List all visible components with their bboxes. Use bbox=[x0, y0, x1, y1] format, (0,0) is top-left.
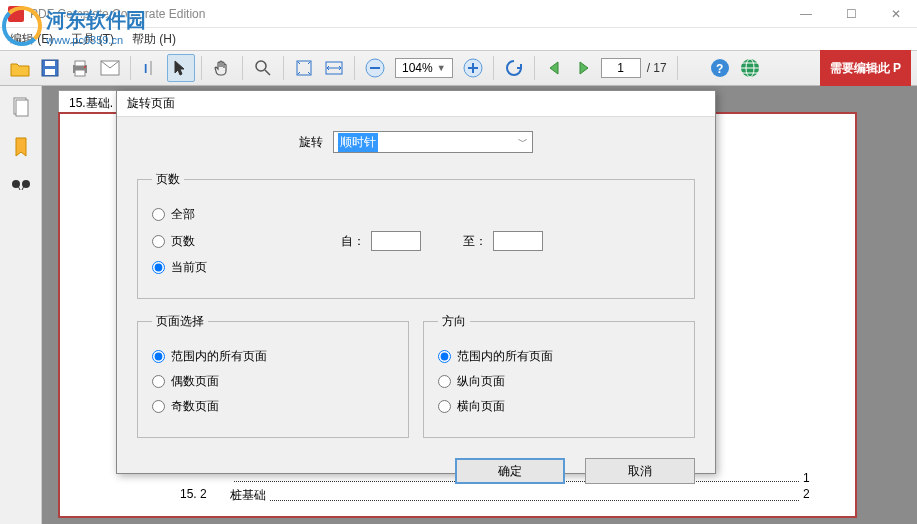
minimize-button[interactable]: — bbox=[792, 3, 820, 25]
radio-all-pages[interactable] bbox=[152, 208, 165, 221]
selection-fieldset: 页面选择 范围内的所有页面 偶数页面 奇数页面 bbox=[137, 313, 409, 438]
rotate-pages-dialog: 旋转页面 旋转 顺时针 ﹀ 页数 全部 页数 自： 至： bbox=[116, 90, 716, 474]
direction-fieldset: 方向 范围内的所有页面 纵向页面 横向页面 bbox=[423, 313, 695, 438]
open-button[interactable] bbox=[6, 54, 34, 82]
next-page-button[interactable] bbox=[571, 54, 599, 82]
menubar: 编辑 (E) 工具 (T) 帮助 (H) bbox=[0, 28, 917, 50]
print-button[interactable] bbox=[66, 54, 94, 82]
sidebar bbox=[0, 86, 42, 524]
toolbar: I 104% ▼ / 17 ? 需要编辑此 P bbox=[0, 50, 917, 86]
pointer-tool[interactable] bbox=[167, 54, 195, 82]
page-total: / 17 bbox=[647, 61, 667, 75]
zoom-tool[interactable] bbox=[249, 54, 277, 82]
bookmarks-panel-button[interactable] bbox=[8, 134, 34, 160]
help-button[interactable]: ? bbox=[706, 54, 734, 82]
svg-text:?: ? bbox=[716, 62, 723, 76]
menu-help[interactable]: 帮助 (H) bbox=[132, 31, 176, 48]
pages-legend: 页数 bbox=[152, 171, 184, 188]
window-title: PDF Complete Corporate Edition bbox=[30, 7, 792, 21]
menu-tools[interactable]: 工具 (T) bbox=[71, 31, 114, 48]
fit-width-button[interactable] bbox=[320, 54, 348, 82]
svg-rect-19 bbox=[16, 100, 28, 116]
direction-legend: 方向 bbox=[438, 313, 470, 330]
radio-dir-all[interactable] bbox=[438, 350, 451, 363]
radio-dir-landscape[interactable] bbox=[438, 400, 451, 413]
radio-sel-all[interactable] bbox=[152, 350, 165, 363]
email-button[interactable] bbox=[96, 54, 124, 82]
zoom-value: 104% bbox=[402, 61, 433, 75]
svg-rect-4 bbox=[75, 61, 85, 66]
search-panel-button[interactable] bbox=[8, 174, 34, 200]
rotate-select[interactable]: 顺时针 ﹀ bbox=[333, 131, 533, 153]
radio-sel-odd[interactable] bbox=[152, 400, 165, 413]
page-number-input[interactable] bbox=[601, 58, 641, 78]
edit-banner[interactable]: 需要编辑此 P bbox=[820, 50, 911, 86]
radio-sel-even[interactable] bbox=[152, 375, 165, 388]
svg-rect-2 bbox=[45, 69, 55, 75]
svg-point-9 bbox=[256, 61, 266, 71]
menu-edit[interactable]: 编辑 (E) bbox=[10, 31, 53, 48]
selection-legend: 页面选择 bbox=[152, 313, 208, 330]
text-select-tool[interactable]: I bbox=[137, 54, 165, 82]
pages-fieldset: 页数 全部 页数 自： 至： 当前页 bbox=[137, 171, 695, 299]
hand-tool[interactable] bbox=[208, 54, 236, 82]
titlebar: PDF Complete Corporate Edition — ☐ ✕ bbox=[0, 0, 917, 28]
svg-rect-5 bbox=[75, 70, 85, 76]
radio-range-pages[interactable] bbox=[152, 235, 165, 248]
pages-panel-button[interactable] bbox=[8, 94, 34, 120]
ok-button[interactable]: 确定 bbox=[455, 458, 565, 484]
svg-text:I: I bbox=[144, 62, 147, 76]
save-button[interactable] bbox=[36, 54, 64, 82]
app-icon bbox=[8, 6, 24, 22]
to-input[interactable] bbox=[493, 231, 543, 251]
radio-range-label: 页数 bbox=[171, 233, 195, 250]
dialog-title: 旋转页面 bbox=[117, 91, 715, 117]
chevron-down-icon: ▼ bbox=[437, 63, 446, 73]
radio-current-page[interactable] bbox=[152, 261, 165, 274]
web-button[interactable] bbox=[736, 54, 764, 82]
from-label: 自： bbox=[341, 233, 365, 250]
zoom-dropdown[interactable]: 104% ▼ bbox=[395, 58, 453, 78]
radio-current-label: 当前页 bbox=[171, 259, 207, 276]
svg-rect-1 bbox=[45, 61, 55, 66]
radio-dir-portrait[interactable] bbox=[438, 375, 451, 388]
rotate-label: 旋转 bbox=[299, 134, 323, 151]
radio-all-label: 全部 bbox=[171, 206, 195, 223]
rotate-button[interactable] bbox=[500, 54, 528, 82]
zoom-out-button[interactable] bbox=[361, 54, 389, 82]
svg-point-6 bbox=[84, 66, 86, 68]
prev-page-button[interactable] bbox=[541, 54, 569, 82]
cancel-button[interactable]: 取消 bbox=[585, 458, 695, 484]
maximize-button[interactable]: ☐ bbox=[838, 3, 865, 25]
zoom-in-button[interactable] bbox=[459, 54, 487, 82]
close-button[interactable]: ✕ bbox=[883, 3, 909, 25]
fit-page-button[interactable] bbox=[290, 54, 318, 82]
chevron-down-icon: ﹀ bbox=[518, 135, 528, 149]
from-input[interactable] bbox=[371, 231, 421, 251]
to-label: 至： bbox=[463, 233, 487, 250]
